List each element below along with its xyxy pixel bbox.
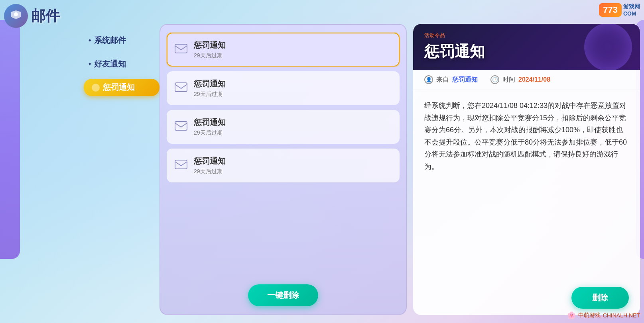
header-decoration	[584, 24, 632, 70]
svg-rect-4	[175, 160, 187, 169]
sidebar-item-penalty-notice[interactable]: 惩罚通知	[84, 79, 160, 96]
sidebar-item-system-mail[interactable]: 系统邮件	[84, 32, 160, 49]
mail-content-1: 惩罚通知 29天后过期	[194, 40, 392, 59]
mail-content-2: 惩罚通知 29天后过期	[194, 78, 392, 98]
detail-header: 活动令品 惩罚通知	[413, 24, 640, 70]
sidebar-item-label-friend: 好友通知	[94, 59, 126, 69]
main-container: 系统邮件 好友通知 惩罚通知 惩罚通知 29天后过期	[80, 24, 640, 315]
svg-rect-2	[175, 83, 187, 92]
mail-title-3: 惩罚通知	[194, 117, 392, 128]
top-right-branding: 773 游戏网COM	[599, 3, 640, 17]
mail-envelope-icon-3	[175, 120, 187, 134]
meta-time-value: 2024/11/08	[518, 76, 550, 83]
svg-point-0	[14, 12, 18, 16]
clock-icon: 🕐	[490, 75, 499, 84]
detail-panel: 活动令品 惩罚通知 👤 来自 惩罚通知 🕐 时间 2024/11/08 经系统判…	[413, 24, 640, 315]
mail-item-4[interactable]: 惩罚通知 29天后过期	[167, 149, 400, 182]
watermark-url: CHINALH.NET	[603, 312, 640, 319]
mail-title-1: 惩罚通知	[194, 40, 392, 51]
watermark-logo-icon: 🌸	[567, 311, 576, 320]
svg-rect-1	[175, 44, 187, 53]
app-title: 邮件	[31, 6, 60, 26]
meta-from: 👤 来自 惩罚通知	[424, 75, 478, 84]
purple-decoration-left	[0, 20, 20, 259]
svg-rect-3	[175, 121, 187, 130]
meta-time-label: 时间	[502, 76, 515, 84]
mail-content-3: 惩罚通知 29天后过期	[194, 117, 392, 137]
mail-expire-2: 29天后过期	[194, 91, 392, 98]
sidebar-item-label-system: 系统邮件	[94, 35, 126, 46]
mail-envelope-icon-1	[175, 43, 187, 57]
delete-button[interactable]: 删除	[571, 287, 629, 309]
mail-envelope-icon-4	[175, 159, 187, 172]
meta-time: 🕐 时间 2024/11/08	[490, 75, 550, 84]
meta-from-value: 惩罚通知	[452, 76, 478, 84]
sidebar-item-friend-notice[interactable]: 好友通知	[84, 55, 160, 72]
bottom-watermark: 🌸 中萌游戏 CHINALH.NET	[567, 311, 640, 320]
mail-expire-1: 29天后过期	[194, 52, 392, 59]
mail-item-1[interactable]: 惩罚通知 29天后过期	[167, 33, 400, 67]
mail-title-4: 惩罚通知	[194, 156, 392, 166]
mail-list-panel: 惩罚通知 29天后过期 惩罚通知 29天后过期	[160, 24, 407, 315]
app-logo-icon	[4, 4, 28, 28]
mail-content-4: 惩罚通知 29天后过期	[194, 156, 392, 175]
delete-all-button[interactable]: 一键删除	[248, 284, 318, 306]
mail-title-2: 惩罚通知	[194, 78, 392, 89]
site-logo: 773	[599, 3, 622, 17]
detail-meta: 👤 来自 惩罚通知 🕐 时间 2024/11/08	[413, 70, 640, 90]
mail-expire-4: 29天后过期	[194, 168, 392, 175]
watermark-brand: 中萌游戏	[578, 312, 601, 319]
active-indicator-icon	[92, 84, 100, 92]
mail-envelope-icon-2	[175, 81, 187, 95]
detail-body: 经系统判断，您在2024/11/08 04:12:33的对战中存在恶意放置对战违…	[413, 90, 640, 280]
top-left-logo: 邮件	[4, 4, 60, 28]
mail-item-2[interactable]: 惩罚通知 29天后过期	[167, 71, 400, 105]
mail-expire-3: 29天后过期	[194, 129, 392, 137]
sidebar-item-label-penalty: 惩罚通知	[103, 82, 135, 93]
detail-footer: 删除	[413, 280, 640, 315]
meta-from-label: 来自	[436, 76, 449, 84]
mail-item-3[interactable]: 惩罚通知 29天后过期	[167, 110, 400, 144]
sidebar: 系统邮件 好友通知 惩罚通知	[80, 24, 160, 315]
user-icon: 👤	[424, 75, 433, 84]
site-domain: 游戏网COM	[623, 3, 640, 17]
